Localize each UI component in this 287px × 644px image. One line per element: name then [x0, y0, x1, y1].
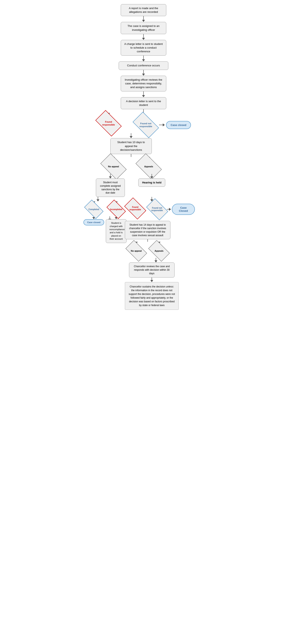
io-reviews-box: Investigating officer reviews the case, … [121, 76, 166, 92]
appeal-split-row: No appeal Appeals [73, 157, 189, 174]
charge-letter-label: A charge letter is sent to student to sc… [124, 42, 163, 53]
chancellor-sustains-box: Chancellor sustains the decision unless:… [125, 282, 179, 310]
hearing-held-box: Hearing is held [138, 178, 165, 187]
chancellor-reviews-box: Chancellor reviews the case and responds… [129, 262, 175, 277]
student-charged-box: Student is charged with noncompliance an… [106, 219, 127, 243]
chancellor-reviews-label: Chancellor reviews the case and responds… [134, 265, 170, 275]
report-label: A report is made and the allegations are… [129, 6, 158, 14]
decision-letter-label: A decision letter is sent to the student [126, 100, 161, 106]
appeals-2-diamond: Appeals [149, 244, 169, 258]
arrow-8 [131, 154, 131, 157]
responsible-row: Foundresponsible Found notresponsible Ca… [86, 113, 201, 133]
case-closed-2-label: Case Closed [179, 206, 188, 212]
io-reviews-label: Investigating officer reviews the case, … [125, 78, 162, 89]
found-responsible-1-diamond: Foundresponsible [96, 115, 121, 132]
arrow-1 [142, 16, 145, 22]
decision-letter-box: A decision letter is sent to the student [121, 97, 166, 109]
student-10-days-box: Student has 10 days to appeal the decisi… [110, 138, 152, 154]
report-box: A report is made and the allegations are… [121, 4, 166, 16]
no-appeal-1-diamond: No appeal [102, 159, 125, 174]
case-closed-2-oval: Case Closed [172, 204, 195, 215]
found-responsible-2-diamond: Foundresponsible [125, 202, 146, 216]
student-complete-label: Student must complete assigned sanctions… [100, 181, 121, 194]
found-not-responsible-1-diamond: Found notresponsible [133, 117, 158, 133]
conduct-conf-box: Conduct conference occurs [119, 62, 168, 70]
student-charged-label: Student is charged with noncompliance an… [109, 222, 125, 240]
arrow-2 [142, 34, 145, 40]
case-closed-1-label: Case closed [171, 124, 186, 126]
chancellor-sustains-label: Chancellor sustains the decision unless:… [129, 285, 175, 307]
assigned-box: The case is assigned to an investigating… [121, 22, 166, 34]
hearing-held-label: Hearing is held [142, 181, 161, 184]
arrow-3 [142, 56, 145, 62]
student-14-days-label: Student has 14 days to appeal to chancel… [129, 223, 166, 236]
conduct-conf-label: Conduct conference occurs [127, 64, 160, 67]
student-14-days-box: Student has 14 days to appeal to chancel… [125, 221, 170, 239]
student-complete-box: Student must complete assigned sanctions… [96, 178, 125, 197]
arrow-4 [142, 70, 145, 76]
case-closed-1-oval: Case closed [166, 121, 191, 129]
assigned-label: The case is assigned to an investigating… [128, 24, 160, 31]
outcomes-row: Completed Case closed Incompleted [73, 197, 189, 310]
case-closed-bottom-oval: Case closed [84, 219, 104, 226]
case-closed-bottom-label: Case closed [87, 221, 100, 224]
found-not-responsible-2-diamond: Found notresponsible [148, 202, 166, 216]
charge-letter-box: A charge letter is sent to student to sc… [121, 40, 166, 56]
flowchart: A report is made and the allegations are… [86, 4, 201, 310]
appeals-1-diamond: Appeals [137, 159, 160, 174]
arrow-7 [130, 133, 133, 138]
incompleted-diamond: Incompleted [108, 204, 124, 215]
arrow-5 [142, 92, 145, 97]
completed-diamond: Completed [86, 204, 102, 215]
no-appeal-2-diamond: No appeal [126, 244, 147, 258]
complete-hearing-row: Student must complete assigned sanctions… [73, 174, 189, 197]
student-10-days-label: Student has 10 days to appeal the decisi… [117, 141, 145, 151]
